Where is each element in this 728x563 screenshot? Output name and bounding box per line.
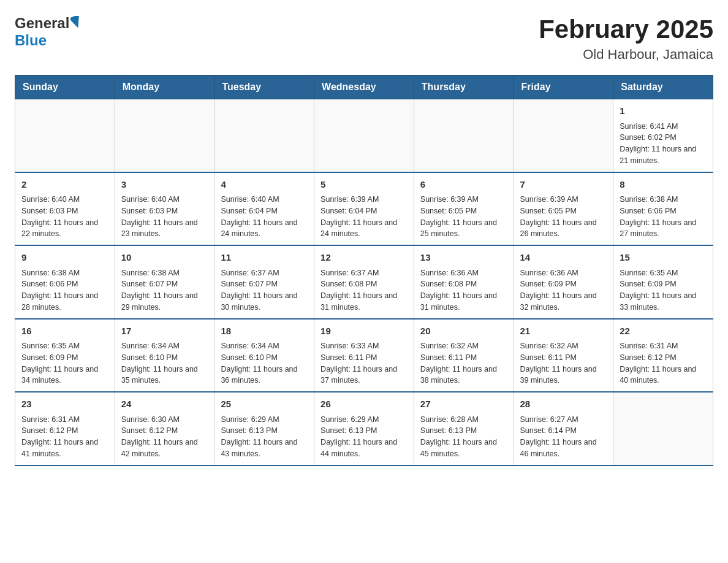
calendar-day-cell: 28Sunrise: 6:27 AMSunset: 6:14 PMDayligh… xyxy=(514,392,613,465)
weekday-header-friday: Friday xyxy=(514,75,613,99)
logo-arrow-icon xyxy=(70,16,82,31)
calendar-day-cell: 15Sunrise: 6:35 AMSunset: 6:09 PMDayligh… xyxy=(613,245,713,319)
calendar-week-row: 2Sunrise: 6:40 AMSunset: 6:03 PMDaylight… xyxy=(15,172,713,246)
calendar-day-cell: 8Sunrise: 6:38 AMSunset: 6:06 PMDaylight… xyxy=(613,172,713,246)
page-title: February 2025 xyxy=(539,15,713,44)
title-block: February 2025 Old Harbour, Jamaica xyxy=(539,15,713,63)
day-info: Sunrise: 6:29 AMSunset: 6:13 PMDaylight:… xyxy=(221,414,308,460)
day-info: Sunrise: 6:37 AMSunset: 6:07 PMDaylight:… xyxy=(221,267,308,313)
calendar-day-cell: 17Sunrise: 6:34 AMSunset: 6:10 PMDayligh… xyxy=(115,319,214,393)
day-number: 27 xyxy=(420,397,507,412)
weekday-header-sunday: Sunday xyxy=(15,75,115,99)
calendar-day-cell xyxy=(414,99,514,172)
day-number: 4 xyxy=(221,178,308,192)
day-number: 8 xyxy=(620,178,707,192)
day-info: Sunrise: 6:32 AMSunset: 6:11 PMDaylight:… xyxy=(420,340,507,386)
day-info: Sunrise: 6:39 AMSunset: 6:04 PMDaylight:… xyxy=(320,194,408,240)
calendar-day-cell: 7Sunrise: 6:39 AMSunset: 6:05 PMDaylight… xyxy=(514,172,613,246)
calendar-day-cell: 27Sunrise: 6:28 AMSunset: 6:13 PMDayligh… xyxy=(414,392,514,465)
day-info: Sunrise: 6:27 AMSunset: 6:14 PMDaylight:… xyxy=(520,414,607,460)
day-info: Sunrise: 6:32 AMSunset: 6:11 PMDaylight:… xyxy=(520,340,607,386)
day-info: Sunrise: 6:35 AMSunset: 6:09 PMDaylight:… xyxy=(21,340,108,386)
calendar-day-cell: 9Sunrise: 6:38 AMSunset: 6:06 PMDaylight… xyxy=(15,245,115,319)
day-number: 24 xyxy=(121,397,208,412)
calendar-day-cell: 14Sunrise: 6:36 AMSunset: 6:09 PMDayligh… xyxy=(514,245,613,319)
calendar-week-row: 16Sunrise: 6:35 AMSunset: 6:09 PMDayligh… xyxy=(15,319,713,393)
day-info: Sunrise: 6:36 AMSunset: 6:08 PMDaylight:… xyxy=(420,267,507,313)
day-number: 22 xyxy=(620,324,707,339)
day-info: Sunrise: 6:33 AMSunset: 6:11 PMDaylight:… xyxy=(320,340,408,386)
calendar-day-cell: 25Sunrise: 6:29 AMSunset: 6:13 PMDayligh… xyxy=(214,392,314,465)
day-number: 10 xyxy=(121,251,208,265)
calendar-day-cell: 13Sunrise: 6:36 AMSunset: 6:08 PMDayligh… xyxy=(414,245,514,319)
day-number: 20 xyxy=(420,324,507,339)
day-number: 18 xyxy=(221,324,308,339)
calendar-day-cell: 18Sunrise: 6:34 AMSunset: 6:10 PMDayligh… xyxy=(214,319,314,393)
day-info: Sunrise: 6:38 AMSunset: 6:06 PMDaylight:… xyxy=(21,267,108,313)
calendar-day-cell xyxy=(115,99,214,172)
day-number: 25 xyxy=(221,397,308,412)
day-number: 5 xyxy=(320,178,408,192)
calendar-day-cell: 10Sunrise: 6:38 AMSunset: 6:07 PMDayligh… xyxy=(115,245,214,319)
day-number: 1 xyxy=(620,104,707,118)
logo: General Blue xyxy=(15,15,82,49)
day-number: 16 xyxy=(21,324,108,339)
day-info: Sunrise: 6:40 AMSunset: 6:03 PMDaylight:… xyxy=(21,194,108,240)
day-number: 2 xyxy=(21,178,108,192)
calendar-day-cell: 22Sunrise: 6:31 AMSunset: 6:12 PMDayligh… xyxy=(613,319,713,393)
calendar-day-cell: 3Sunrise: 6:40 AMSunset: 6:03 PMDaylight… xyxy=(115,172,214,246)
day-info: Sunrise: 6:37 AMSunset: 6:08 PMDaylight:… xyxy=(320,267,408,313)
day-number: 15 xyxy=(620,251,707,265)
calendar-week-row: 23Sunrise: 6:31 AMSunset: 6:12 PMDayligh… xyxy=(15,392,713,465)
calendar-day-cell: 16Sunrise: 6:35 AMSunset: 6:09 PMDayligh… xyxy=(15,319,115,393)
calendar-day-cell: 11Sunrise: 6:37 AMSunset: 6:07 PMDayligh… xyxy=(214,245,314,319)
day-info: Sunrise: 6:38 AMSunset: 6:07 PMDaylight:… xyxy=(121,267,208,313)
day-info: Sunrise: 6:39 AMSunset: 6:05 PMDaylight:… xyxy=(420,194,507,240)
day-info: Sunrise: 6:38 AMSunset: 6:06 PMDaylight:… xyxy=(620,194,707,240)
day-info: Sunrise: 6:35 AMSunset: 6:09 PMDaylight:… xyxy=(620,267,707,313)
day-number: 13 xyxy=(420,251,507,265)
day-info: Sunrise: 6:40 AMSunset: 6:03 PMDaylight:… xyxy=(121,194,208,240)
day-number: 6 xyxy=(420,178,507,192)
calendar-day-cell: 19Sunrise: 6:33 AMSunset: 6:11 PMDayligh… xyxy=(314,319,414,393)
day-info: Sunrise: 6:29 AMSunset: 6:13 PMDaylight:… xyxy=(320,414,408,460)
day-info: Sunrise: 6:41 AMSunset: 6:02 PMDaylight:… xyxy=(620,121,707,167)
day-info: Sunrise: 6:40 AMSunset: 6:04 PMDaylight:… xyxy=(221,194,308,240)
calendar-week-row: 1Sunrise: 6:41 AMSunset: 6:02 PMDaylight… xyxy=(15,99,713,172)
page-header: General Blue February 2025 Old Harbour, … xyxy=(15,15,713,63)
calendar-day-cell xyxy=(214,99,314,172)
weekday-header-saturday: Saturday xyxy=(613,75,713,99)
day-number: 17 xyxy=(121,324,208,339)
calendar-day-cell: 24Sunrise: 6:30 AMSunset: 6:12 PMDayligh… xyxy=(115,392,214,465)
day-number: 14 xyxy=(520,251,607,265)
day-number: 11 xyxy=(221,251,308,265)
day-info: Sunrise: 6:28 AMSunset: 6:13 PMDaylight:… xyxy=(420,414,507,460)
day-number: 26 xyxy=(320,397,408,412)
day-number: 28 xyxy=(520,397,607,412)
calendar-day-cell: 23Sunrise: 6:31 AMSunset: 6:12 PMDayligh… xyxy=(15,392,115,465)
weekday-header-wednesday: Wednesday xyxy=(314,75,414,99)
calendar-day-cell: 20Sunrise: 6:32 AMSunset: 6:11 PMDayligh… xyxy=(414,319,514,393)
calendar-day-cell xyxy=(314,99,414,172)
day-number: 12 xyxy=(320,251,408,265)
calendar-table: SundayMondayTuesdayWednesdayThursdayFrid… xyxy=(15,75,713,466)
calendar-day-cell: 4Sunrise: 6:40 AMSunset: 6:04 PMDaylight… xyxy=(214,172,314,246)
logo-general-text: General xyxy=(15,15,69,32)
day-info: Sunrise: 6:34 AMSunset: 6:10 PMDaylight:… xyxy=(121,340,208,386)
calendar-day-cell: 5Sunrise: 6:39 AMSunset: 6:04 PMDaylight… xyxy=(314,172,414,246)
calendar-day-cell: 26Sunrise: 6:29 AMSunset: 6:13 PMDayligh… xyxy=(314,392,414,465)
day-info: Sunrise: 6:30 AMSunset: 6:12 PMDaylight:… xyxy=(121,414,208,460)
day-number: 9 xyxy=(21,251,108,265)
day-info: Sunrise: 6:39 AMSunset: 6:05 PMDaylight:… xyxy=(520,194,607,240)
weekday-header-thursday: Thursday xyxy=(414,75,514,99)
day-info: Sunrise: 6:31 AMSunset: 6:12 PMDaylight:… xyxy=(620,340,707,386)
calendar-day-cell: 12Sunrise: 6:37 AMSunset: 6:08 PMDayligh… xyxy=(314,245,414,319)
day-info: Sunrise: 6:36 AMSunset: 6:09 PMDaylight:… xyxy=(520,267,607,313)
calendar-day-cell xyxy=(514,99,613,172)
day-number: 19 xyxy=(320,324,408,339)
logo-blue-text: Blue xyxy=(15,32,47,48)
calendar-week-row: 9Sunrise: 6:38 AMSunset: 6:06 PMDaylight… xyxy=(15,245,713,319)
day-info: Sunrise: 6:34 AMSunset: 6:10 PMDaylight:… xyxy=(221,340,308,386)
calendar-day-cell: 6Sunrise: 6:39 AMSunset: 6:05 PMDaylight… xyxy=(414,172,514,246)
calendar-day-cell: 2Sunrise: 6:40 AMSunset: 6:03 PMDaylight… xyxy=(15,172,115,246)
